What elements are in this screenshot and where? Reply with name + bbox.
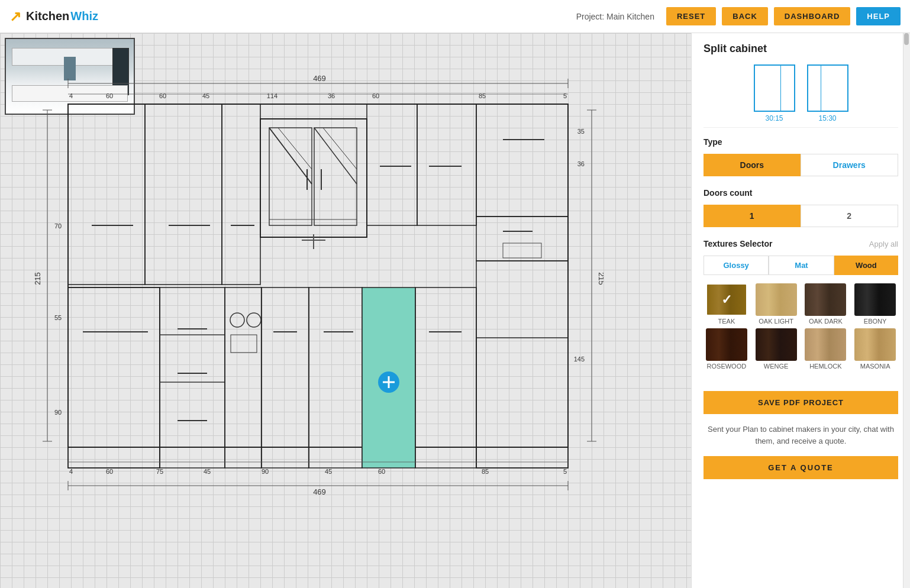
count-2-button[interactable]: 2 [801,205,899,227]
get-quote-button[interactable]: GET A QUOTE [704,456,898,479]
dashboard-button[interactable]: DASHBOARD [774,7,851,25]
svg-text:70: 70 [54,222,62,230]
texture-swatch-masonia [854,328,896,361]
svg-point-75 [230,313,244,327]
svg-text:36: 36 [328,92,335,99]
texture-tabs: Glossy Mat Wood [704,256,898,275]
texture-swatch-oaklight [756,283,797,316]
type-drawers-button[interactable]: Drawers [801,154,899,176]
logo-whiz-text: Whiz [70,9,98,23]
texture-oakdark[interactable]: OAK DARK [803,283,849,325]
svg-line-51 [314,128,357,184]
svg-rect-74 [225,287,262,468]
texture-masonia[interactable]: MASONIA [852,328,898,370]
floor-plan-svg: 469 4 60 60 45 114 36 60 [18,66,604,580]
svg-text:90: 90 [54,409,62,416]
header-right: Project: Main Kitchen RESET BACK DASHBOA… [576,7,901,25]
texture-swatch-wenge [756,328,797,361]
svg-rect-44 [269,128,312,225]
svg-text:469: 469 [313,487,326,496]
svg-text:4: 4 [69,92,73,99]
svg-text:60: 60 [106,468,113,475]
svg-text:85: 85 [482,468,489,475]
svg-text:45: 45 [202,92,209,99]
texture-oaklight[interactable]: OAK LIGHT [753,283,799,325]
svg-line-50 [278,128,312,169]
texture-teak[interactable]: ✓ TEAK [704,283,750,325]
panel-title: Split cabinet [704,43,898,55]
tab-mat[interactable]: Mat [769,256,834,275]
hemlock-label: HEMLOCK [809,363,841,370]
svg-text:75: 75 [156,468,163,475]
ebony-label: EBONY [864,318,887,325]
right-panel: Split cabinet 30:15 15:3 [691,33,910,588]
texture-rosewood[interactable]: ROSEWOOD [704,328,750,370]
divider-1 [704,127,898,128]
main: 469 4 60 60 45 114 36 60 [0,33,910,588]
svg-rect-65 [68,287,160,468]
svg-line-49 [269,128,312,184]
svg-text:4: 4 [69,468,73,475]
oaklight-label: OAK LIGHT [759,318,793,325]
svg-text:60: 60 [159,92,166,99]
svg-point-76 [247,313,261,327]
svg-text:5: 5 [563,92,567,99]
svg-rect-89 [476,338,568,468]
svg-rect-61 [476,217,568,261]
svg-rect-77 [231,335,257,353]
logo-kitchen-text: Kitchen [26,9,69,23]
texture-label: Textures Selector [704,239,772,248]
svg-text:60: 60 [378,468,385,475]
canvas-area[interactable]: 469 4 60 60 45 114 36 60 [0,33,691,588]
cabinet-icon-30-15 [754,64,795,112]
quote-description: Sent your Plan to cabinet makers in your… [704,424,898,447]
svg-text:55: 55 [54,314,62,321]
logo: ↗ Kitchen Whiz [9,8,98,25]
tab-wood[interactable]: Wood [834,256,898,275]
svg-rect-64 [503,243,541,258]
back-button[interactable]: BACK [722,7,768,25]
texture-swatch-ebony [854,283,896,316]
svg-rect-88 [476,261,568,468]
svg-text:45: 45 [204,468,211,475]
svg-rect-78 [262,287,309,468]
cabinet-icon-15-30 [807,64,848,112]
svg-rect-38 [145,104,222,285]
cabinet-right-door-2 [821,66,847,111]
texture-hemlock[interactable]: HEMLOCK [803,328,849,370]
help-button[interactable]: HELP [856,7,901,25]
texture-swatch-hemlock [805,328,846,361]
split-option-15-30[interactable]: 15:30 [807,64,848,122]
split-label-30-15: 30:15 [765,114,783,122]
svg-text:35: 35 [577,128,585,135]
masonia-label: MASONIA [860,363,890,370]
texture-swatch-teak: ✓ [706,283,747,316]
svg-text:36: 36 [577,160,585,167]
logo-arrow: ↗ [9,8,21,25]
teak-checkmark: ✓ [721,292,732,308]
count-1-button[interactable]: 1 [704,205,801,227]
rosewood-label: ROSEWOOD [707,363,747,370]
svg-rect-57 [417,104,476,225]
svg-text:145: 145 [574,356,585,363]
split-options: 30:15 15:30 [704,64,898,122]
scrollbar[interactable] [903,33,910,588]
texture-grid: ✓ TEAK OAK LIGHT OAK DARK EBONY [704,283,898,370]
texture-wenge[interactable]: WENGE [753,328,799,370]
split-option-30-15[interactable]: 30:15 [754,64,795,122]
save-pdf-button[interactable]: SAVE PDF PROJECT [704,391,898,414]
reset-button[interactable]: RESET [666,7,716,25]
tab-glossy[interactable]: Glossy [704,256,769,275]
texture-ebony[interactable]: EBONY [852,283,898,325]
svg-text:469: 469 [313,74,326,83]
cabinet-left-door-2 [808,66,822,111]
svg-rect-60 [476,104,568,217]
apply-all-button[interactable]: Apply all [869,240,898,248]
svg-rect-37 [68,104,145,285]
svg-rect-39 [222,104,260,285]
svg-line-52 [323,128,357,169]
svg-rect-86 [415,287,476,468]
teak-label: TEAK [718,318,735,325]
type-doors-button[interactable]: Doors [704,154,801,176]
scroll-thumb[interactable] [904,33,909,45]
